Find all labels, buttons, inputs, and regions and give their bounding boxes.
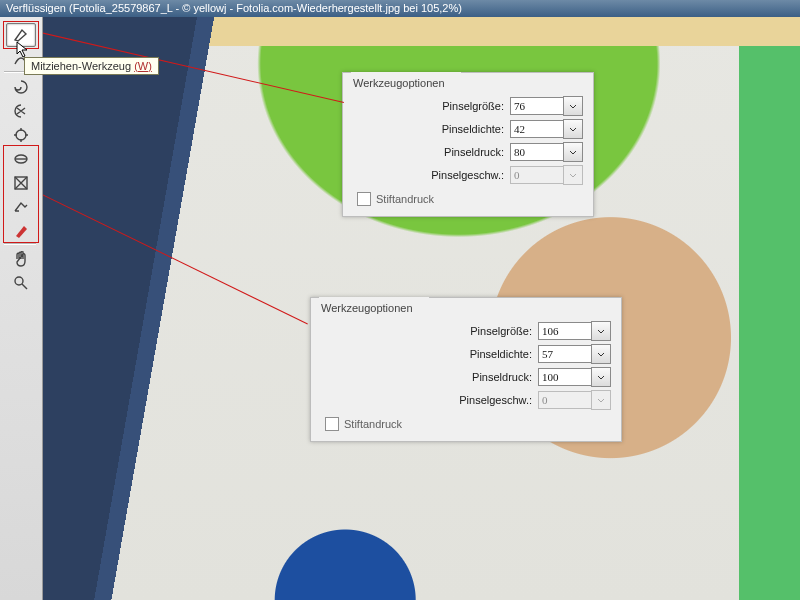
- tool-options-panel-2: Werkzeugoptionen Pinselgröße: Pinseldich…: [310, 297, 622, 442]
- work-area: Werkzeugoptionen Pinselgröße: Pinseldich…: [0, 17, 800, 600]
- input-brush-pressure[interactable]: [510, 143, 564, 161]
- tool-push-left[interactable]: [6, 147, 36, 171]
- label-brush-rate: Pinselgeschw.:: [431, 169, 504, 181]
- row-brush-density: Pinseldichte:: [353, 118, 583, 140]
- tool-options-panel-1: Werkzeugoptionen Pinselgröße: Pinseldich…: [342, 72, 594, 217]
- tool-twirl[interactable]: [6, 75, 36, 99]
- tool-zoom[interactable]: [6, 271, 36, 295]
- stepper-brush-density[interactable]: [591, 344, 611, 364]
- stepper-brush-rate: [591, 390, 611, 410]
- row-brush-pressure: Pinseldruck:: [353, 141, 583, 163]
- input-brush-size[interactable]: [510, 97, 564, 115]
- checkbox-box: [325, 417, 339, 431]
- tool-strip: [0, 17, 43, 600]
- label-brush-rate: Pinselgeschw.:: [459, 394, 532, 406]
- row-brush-pressure: Pinseldruck:: [321, 366, 611, 388]
- checkbox-stylus-pressure[interactable]: Stiftandruck: [357, 192, 583, 206]
- stepper-brush-rate: [563, 165, 583, 185]
- tool-bloat[interactable]: [6, 123, 36, 147]
- input-brush-rate: [510, 166, 564, 184]
- checkbox-stylus-pressure[interactable]: Stiftandruck: [325, 417, 611, 431]
- tool-turbulence[interactable]: [6, 195, 36, 219]
- label-brush-density: Pinseldichte:: [442, 123, 504, 135]
- tool-pucker[interactable]: [6, 99, 36, 123]
- input-brush-density[interactable]: [538, 345, 592, 363]
- stepper-brush-size[interactable]: [591, 321, 611, 341]
- checkbox-label: Stiftandruck: [344, 418, 402, 430]
- window-title: Verflüssigen (Fotolia_25579867_L - © yel…: [6, 2, 462, 14]
- label-brush-density: Pinseldichte:: [470, 348, 532, 360]
- tool-mirror[interactable]: [6, 171, 36, 195]
- row-brush-size: Pinselgröße:: [353, 95, 583, 117]
- checkbox-box: [357, 192, 371, 206]
- input-brush-density[interactable]: [510, 120, 564, 138]
- label-brush-pressure: Pinseldruck:: [444, 146, 504, 158]
- input-brush-pressure[interactable]: [538, 368, 592, 386]
- label-brush-pressure: Pinseldruck:: [472, 371, 532, 383]
- stepper-brush-density[interactable]: [563, 119, 583, 139]
- panel-legend: Werkzeugoptionen: [353, 77, 583, 89]
- row-brush-rate: Pinselgeschw.:: [353, 164, 583, 186]
- tool-hand[interactable]: [6, 247, 36, 271]
- tooltip-label: Mitziehen-Werkzeug: [31, 60, 134, 72]
- panel-legend: Werkzeugoptionen: [321, 302, 611, 314]
- row-brush-rate: Pinselgeschw.:: [321, 389, 611, 411]
- svg-point-0: [16, 130, 26, 140]
- row-brush-density: Pinseldichte:: [321, 343, 611, 365]
- stepper-brush-size[interactable]: [563, 96, 583, 116]
- tool-tooltip: Mitziehen-Werkzeug (W): [24, 57, 159, 75]
- stepper-brush-pressure[interactable]: [591, 367, 611, 387]
- input-brush-rate: [538, 391, 592, 409]
- checkbox-label: Stiftandruck: [376, 193, 434, 205]
- tool-freeze-mask[interactable]: [6, 219, 36, 243]
- image-canvas[interactable]: Werkzeugoptionen Pinselgröße: Pinseldich…: [42, 17, 800, 600]
- input-brush-size[interactable]: [538, 322, 592, 340]
- stepper-brush-pressure[interactable]: [563, 142, 583, 162]
- tool-forward-warp[interactable]: [6, 23, 36, 47]
- row-brush-size: Pinselgröße:: [321, 320, 611, 342]
- label-brush-size: Pinselgröße:: [470, 325, 532, 337]
- label-brush-size: Pinselgröße:: [442, 100, 504, 112]
- svg-point-3: [15, 277, 23, 285]
- tooltip-hotkey: (W): [134, 60, 152, 72]
- separator: [4, 243, 36, 245]
- window-titlebar: Verflüssigen (Fotolia_25579867_L - © yel…: [0, 0, 800, 17]
